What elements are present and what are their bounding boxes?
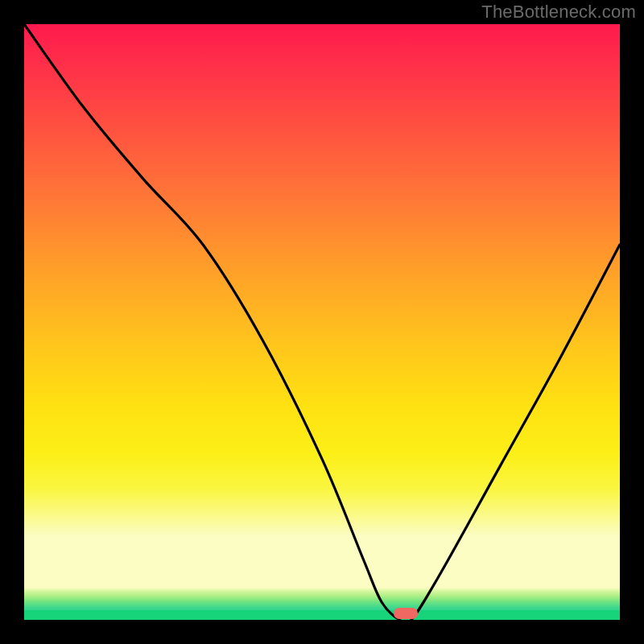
attribution-label: TheBottleneck.com <box>481 2 636 23</box>
optimal-point-marker <box>394 608 418 619</box>
bottleneck-curve <box>24 24 620 620</box>
chart-frame: TheBottleneck.com <box>0 0 644 644</box>
